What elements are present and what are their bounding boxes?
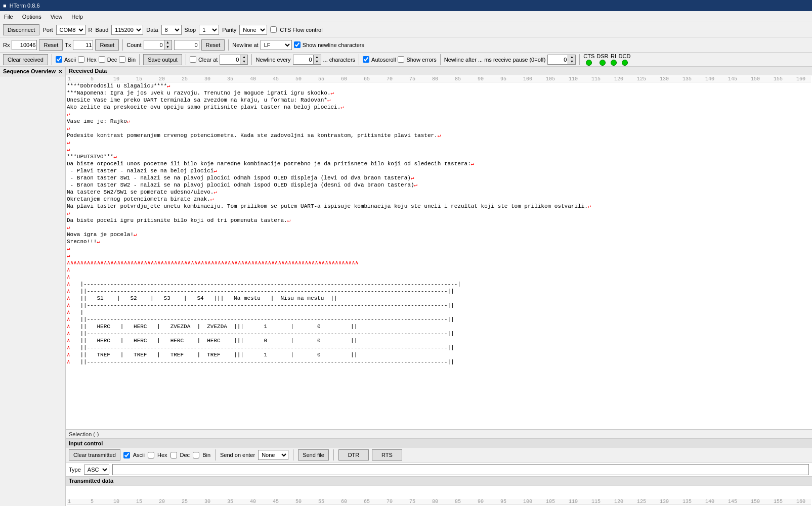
bin-checkbox[interactable] — [119, 56, 125, 63]
send-file-button[interactable]: Send file — [298, 449, 329, 461]
data-select[interactable]: 8 — [161, 25, 182, 35]
autoscroll-checkbox[interactable] — [363, 56, 369, 63]
clear-at-down[interactable]: ▼ — [240, 60, 247, 64]
transmitted-data-terminal: 1510152025303540455055606570758085909510… — [66, 486, 812, 506]
sep7 — [359, 54, 359, 65]
newline-after-down[interactable]: ▼ — [568, 60, 575, 64]
sep10 — [215, 449, 216, 461]
terminal-line: Da biste otpoceli unos pocetne ili bilo … — [67, 160, 811, 167]
ri-label: RI — [611, 53, 616, 59]
dcd-indicator: DCD — [619, 53, 631, 66]
baud-select[interactable]: 115200 — [111, 25, 143, 35]
menu-file[interactable]: File — [2, 13, 15, 20]
input-bin-label: Bin — [202, 452, 210, 458]
terminal-line: ↵ — [67, 224, 811, 231]
menu-options[interactable]: Options — [20, 13, 44, 20]
type-select[interactable]: ASC HEX DEC BIN — [84, 465, 109, 475]
show-newline-checkbox[interactable] — [294, 41, 301, 48]
input-bin-checkbox[interactable] — [193, 452, 199, 458]
cts-label: CTS — [583, 53, 594, 59]
dsr-indicator: DSR — [596, 53, 608, 66]
input-hex-checkbox[interactable] — [148, 452, 154, 458]
cts-flow-label: CTS Flow control — [280, 27, 322, 33]
clear-transmitted-button[interactable]: Clear transmitted — [69, 449, 120, 461]
port-label: Port — [42, 27, 53, 33]
dec-checkbox[interactable] — [99, 56, 105, 63]
clear-at-spinner[interactable]: ▲ ▼ — [240, 55, 248, 65]
toolbar3: Clear received Ascii Hex Dec Bin Save ou… — [0, 53, 812, 67]
count-label: Count — [126, 42, 141, 48]
newline-every-up[interactable]: ▲ — [314, 55, 321, 60]
newline-select[interactable]: LF CR CR+LF — [261, 40, 292, 50]
input-ascii-label: Ascii — [133, 452, 145, 458]
menu-view[interactable]: View — [49, 13, 65, 20]
count-down[interactable]: ▼ — [164, 45, 172, 50]
received-data-terminal[interactable]: 1510152025303540455055606570758085909510… — [66, 75, 812, 430]
count-up[interactable]: ▲ — [164, 40, 172, 45]
input-ascii-checkbox[interactable] — [123, 452, 130, 458]
sep11 — [293, 449, 293, 461]
hex-checkbox[interactable] — [78, 56, 84, 63]
transmitted-ruler-inner: 1510152025303540455055606570758085909510… — [67, 499, 811, 505]
port-select[interactable]: COM8 — [56, 25, 86, 35]
menu-help[interactable]: Help — [69, 13, 85, 20]
newline-every-input[interactable] — [293, 55, 313, 65]
newline-every-spinner[interactable]: ▲ ▼ — [313, 55, 321, 65]
newline-every-wrap: ▲ ▼ — [293, 55, 321, 65]
ascii-checkbox[interactable] — [56, 56, 62, 63]
save-output-button[interactable]: Save output — [143, 54, 182, 65]
input-dec-checkbox[interactable] — [170, 452, 177, 458]
chars-label: ... characters — [323, 57, 356, 63]
disconnect-button[interactable]: Disconnect — [3, 24, 39, 35]
terminal-line: ↵ — [67, 245, 811, 252]
newline-after-spinner[interactable]: ▲ ▼ — [568, 55, 576, 65]
newline-every-down[interactable]: ▼ — [314, 60, 321, 64]
newline-after-up[interactable]: ▲ — [568, 55, 575, 60]
send-on-enter-label: Send on enter — [220, 452, 255, 458]
toolbar1: Disconnect Port COM8 R Baud 115200 Data … — [0, 22, 812, 37]
menubar: File Options View Help — [0, 11, 812, 22]
sep8 — [440, 54, 441, 65]
cts-indicator: CTS — [583, 53, 594, 66]
terminal-line: ∧ ||------------------------------------… — [67, 288, 811, 295]
newline-after-input[interactable] — [547, 55, 568, 65]
clear-at-checkbox[interactable] — [190, 56, 196, 63]
dtr-button[interactable]: DTR — [338, 449, 369, 461]
hex-label: Hex — [87, 57, 97, 63]
terminal-line: ∧ ||------------------------------------… — [67, 302, 811, 309]
sep9 — [579, 54, 580, 65]
clear-at-wrap: ▲ ▼ — [220, 55, 248, 65]
terminal-line: ↵ — [67, 210, 811, 217]
reset-count-button[interactable]: Reset — [201, 39, 225, 51]
terminal-line: ↵ — [67, 111, 811, 118]
count-out-value — [174, 40, 199, 50]
show-errors-checkbox[interactable] — [398, 56, 404, 63]
reset-tx-button[interactable]: Reset — [95, 39, 119, 51]
type-text-input[interactable] — [112, 464, 809, 475]
main-area: Sequence Overview ✕ Received Data 151015… — [0, 67, 812, 506]
send-on-enter-select[interactable]: None — [258, 450, 288, 460]
count-spinner[interactable]: ▲ ▼ — [164, 40, 172, 50]
clear-at-up[interactable]: ▲ — [240, 55, 247, 60]
sep1 — [122, 39, 123, 51]
parity-select[interactable]: None — [239, 25, 267, 35]
terminal-line: Ako zelite da preskocite ovu opciju samo… — [67, 104, 811, 111]
cts-flow-checkbox[interactable] — [270, 26, 277, 33]
terminal-line: - Braon taster SW2 - nalazi se na plavoj… — [67, 181, 811, 189]
terminal-line: ∧ || S1 | S2 | S3 | S4 ||| Na mestu | Ni… — [67, 295, 811, 302]
dcd-led — [622, 60, 628, 66]
stop-label: Stop — [185, 27, 196, 33]
input-hex-label: Hex — [157, 452, 167, 458]
stop-select[interactable]: 1 — [199, 25, 219, 35]
cts-led — [586, 60, 592, 66]
rts-button[interactable]: RTS — [372, 449, 402, 461]
clear-at-input[interactable] — [220, 55, 240, 65]
dsr-led — [600, 60, 606, 66]
sidebar-close-button[interactable]: ✕ — [58, 69, 62, 74]
terminal-line: ∧ || HERC | HERC | ZVEZDA | ZVEZDA ||| 1… — [67, 323, 811, 330]
clear-received-button[interactable]: Clear received — [3, 54, 48, 65]
reset-rx-button[interactable]: Reset — [39, 39, 63, 51]
terminal-line: Nova igra je pocela!↵ — [67, 231, 811, 238]
autoscroll-label: Autoscroll — [371, 57, 396, 63]
count-input[interactable] — [144, 40, 164, 50]
